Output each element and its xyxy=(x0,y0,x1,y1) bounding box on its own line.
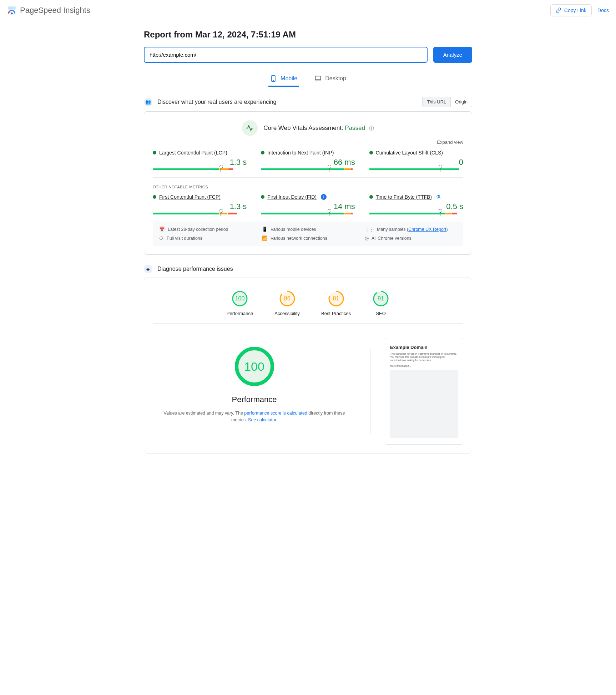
status-dot xyxy=(153,151,156,154)
toggle-this-url[interactable]: This URL xyxy=(422,97,451,107)
diagnose-card: 100 Performance 86 Accessibility 81 Best… xyxy=(144,278,472,453)
footer-network: Various network connections xyxy=(271,236,327,241)
logo-text: PageSpeed Insights xyxy=(20,6,90,15)
calendar-icon: 📅 xyxy=(159,227,165,232)
metric[interactable]: First Input Delay (FID)i 14 ms xyxy=(261,194,355,214)
footer-durations: Full visit durations xyxy=(167,236,202,241)
score-seo[interactable]: 91 SEO xyxy=(372,290,389,316)
toggle-origin[interactable]: Origin xyxy=(450,97,472,107)
perf-big-value: 100 xyxy=(233,345,276,388)
network-icon: 📶 xyxy=(262,235,268,241)
logo-section[interactable]: PageSpeed Insights xyxy=(7,6,90,15)
metric-value: 0 xyxy=(369,158,463,167)
metric[interactable]: Time to First Byte (TTFB)⚗ 0.5 s xyxy=(369,194,463,214)
metric-name: Interaction to Next Paint (INP) xyxy=(267,150,334,156)
metric-name: First Contentful Paint (FCP) xyxy=(159,194,221,200)
metric-name: Time to First Byte (TTFB) xyxy=(376,194,432,200)
tab-desktop-label: Desktop xyxy=(325,75,346,82)
flask-icon[interactable]: ⚗ xyxy=(436,194,441,200)
info-icon[interactable]: i xyxy=(321,194,327,200)
footer-collection: Latest 28-day collection period xyxy=(168,227,228,232)
svg-point-1 xyxy=(11,12,12,14)
link-icon xyxy=(556,7,561,13)
footer-versions: All Chrome versions xyxy=(372,236,411,241)
gauge-value: 100 xyxy=(231,290,248,307)
preview-more: More information... xyxy=(390,365,458,367)
pagespeed-logo-icon xyxy=(7,6,16,15)
gauge-value: 91 xyxy=(372,290,389,307)
url-input[interactable] xyxy=(144,47,428,63)
footer-samples: Many samples (Chrome UX Report) xyxy=(377,227,448,232)
assessment-label: Core Web Vitals Assessment: xyxy=(263,125,343,131)
other-metrics-label: OTHER NOTABLE METRICS xyxy=(153,185,463,189)
discover-icon: 👥 xyxy=(144,98,152,106)
metric-name: Largest Contentful Paint (LCP) xyxy=(159,150,227,156)
devices-icon: 📱 xyxy=(262,227,268,232)
gauge-label: Best Practices xyxy=(321,311,351,316)
gauge-label: SEO xyxy=(372,311,389,316)
score-best-practices[interactable]: 81 Best Practices xyxy=(321,290,351,316)
gauge-value: 86 xyxy=(279,290,296,307)
svg-rect-4 xyxy=(315,76,321,80)
desktop-icon xyxy=(314,75,322,82)
metric[interactable]: Cumulative Layout Shift (CLS) 0 xyxy=(369,150,463,170)
score-calc-link[interactable]: performance score is calculated xyxy=(244,411,307,416)
score-performance[interactable]: 100 Performance xyxy=(227,290,253,316)
status-dot xyxy=(369,195,373,199)
performance-gauge-large: 100 xyxy=(233,345,276,388)
copy-link-button[interactable]: Copy Link xyxy=(550,4,592,16)
pulse-icon xyxy=(242,120,258,136)
page-preview: Example Domain This domain is for use in… xyxy=(385,338,463,445)
discover-title: Discover what your real users are experi… xyxy=(157,99,276,105)
metric-name: Cumulative Layout Shift (CLS) xyxy=(376,150,443,156)
gauge-label: Accessibility xyxy=(274,311,300,316)
status-dot xyxy=(261,151,264,154)
metric[interactable]: Interaction to Next Paint (INP) 66 ms xyxy=(261,150,355,170)
copy-link-label: Copy Link xyxy=(564,7,586,13)
metric-name: First Input Delay (FID) xyxy=(267,194,317,200)
perf-big-title: Performance xyxy=(160,395,349,404)
metric-value: 1.3 s xyxy=(153,202,247,211)
calculator-link[interactable]: See calculator. xyxy=(248,417,277,422)
status-dot xyxy=(261,195,264,199)
metric-value: 0.5 s xyxy=(369,202,463,211)
analyze-button[interactable]: Analyze xyxy=(433,47,472,63)
mobile-icon xyxy=(270,75,277,82)
metric[interactable]: Largest Contentful Paint (LCP) 1.3 s xyxy=(153,150,247,170)
metric-value: 66 ms xyxy=(261,158,355,167)
samples-icon: ⋮⋮ xyxy=(365,227,374,232)
footer-devices: Various mobile devices xyxy=(271,227,316,232)
metric[interactable]: First Contentful Paint (FCP) 1.3 s xyxy=(153,194,247,214)
report-title: Report from Mar 12, 2024, 7:51:19 AM xyxy=(144,30,472,40)
status-dot xyxy=(153,195,156,199)
assessment-status: Passed xyxy=(345,125,365,131)
tab-desktop[interactable]: Desktop xyxy=(313,71,348,87)
svg-rect-0 xyxy=(8,6,16,10)
chrome-icon: ◎ xyxy=(365,235,369,241)
metric-value: 1.3 s xyxy=(153,158,247,167)
status-dot xyxy=(369,151,373,154)
crux-link[interactable]: Chrome UX Report xyxy=(408,227,446,232)
vitals-card: Core Web Vitals Assessment: Passed ⓘ Exp… xyxy=(144,111,472,255)
diagnose-icon: ◈ xyxy=(144,265,152,273)
docs-link[interactable]: Docs xyxy=(597,7,609,13)
tab-mobile-label: Mobile xyxy=(281,75,297,82)
gauge-label: Performance xyxy=(227,311,253,316)
preview-text: This domain is for use in illustrative e… xyxy=(390,352,458,362)
metric-value: 14 ms xyxy=(261,202,355,211)
perf-note: Values are estimated and may vary. The p… xyxy=(160,410,349,423)
preview-title: Example Domain xyxy=(390,345,458,350)
clock-icon: ⏱ xyxy=(159,236,164,241)
tab-mobile[interactable]: Mobile xyxy=(268,71,299,87)
help-icon[interactable]: ⓘ xyxy=(369,125,374,131)
gauge-value: 81 xyxy=(328,290,345,307)
expand-view-button[interactable]: Expand view xyxy=(153,139,463,145)
diagnose-title: Diagnose performance issues xyxy=(157,266,233,272)
score-accessibility[interactable]: 86 Accessibility xyxy=(274,290,300,316)
